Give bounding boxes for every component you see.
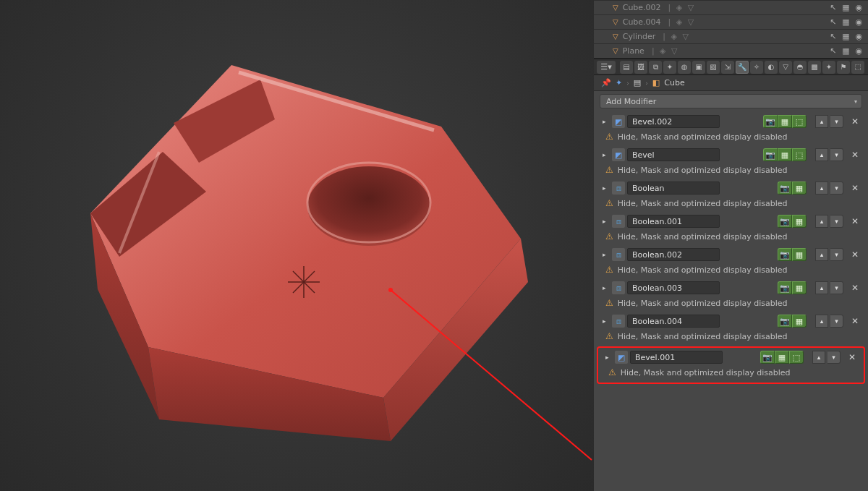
close-icon[interactable]: ✕: [848, 281, 861, 294]
move-up-button[interactable]: ▴: [815, 115, 828, 128]
move-up-button[interactable]: ▴: [815, 182, 828, 195]
add-modifier-button[interactable]: Add Modifier ▾: [600, 94, 862, 108]
modifier-name-field[interactable]: Boolean: [627, 182, 720, 195]
move-up-button[interactable]: ▴: [812, 351, 825, 364]
move-up-button[interactable]: ▴: [815, 281, 828, 294]
move-down-button[interactable]: ▾: [827, 351, 841, 364]
close-icon[interactable]: ✕: [848, 215, 861, 228]
editor-type-selector[interactable]: ☰▾: [597, 61, 616, 74]
tab-texture[interactable]: ▩: [808, 61, 821, 74]
tab-effects-2[interactable]: ⚑: [837, 61, 850, 74]
expand-icon[interactable]: ▸: [603, 118, 610, 125]
toggle-realtime[interactable]: ▦: [792, 315, 807, 328]
modifier-name-field[interactable]: Boolean.003: [627, 281, 720, 294]
move-down-button[interactable]: ▾: [830, 115, 843, 128]
eye-icon[interactable]: ◉: [853, 1, 865, 14]
tab-modifiers[interactable]: 🔧: [736, 61, 749, 74]
toggle-realtime[interactable]: ▦: [778, 148, 792, 161]
move-up-button[interactable]: ▴: [815, 248, 828, 261]
expand-icon[interactable]: ▸: [603, 184, 610, 192]
move-down-button[interactable]: ▾: [830, 315, 843, 328]
toggle-editmode[interactable]: ⬚: [789, 351, 804, 364]
expand-icon[interactable]: ▸: [603, 218, 610, 225]
warning-icon: ⚠: [605, 132, 613, 142]
cursor-icon[interactable]: ↖: [827, 1, 839, 14]
toggle-render[interactable]: 📷: [778, 215, 792, 228]
close-icon[interactable]: ✕: [848, 248, 861, 261]
tab-effects-1[interactable]: ✦: [822, 61, 835, 74]
close-icon[interactable]: ✕: [848, 148, 861, 161]
tab-particles[interactable]: ✧: [750, 61, 763, 74]
modifier-bevel: ▸◩Bevel.001📷▦⬚▴▾✕⚠Hide, Mask and optimiz…: [601, 349, 861, 382]
wire-icon[interactable]: ▦: [840, 45, 852, 57]
modifier-name-field[interactable]: Bevel.001: [630, 351, 723, 364]
pin-icon[interactable]: 📌: [601, 78, 611, 87]
expand-icon[interactable]: ▸: [603, 151, 610, 158]
cursor-icon[interactable]: ↖: [827, 45, 839, 57]
3d-viewport[interactable]: [0, 0, 594, 491]
move-up-button[interactable]: ▴: [815, 148, 828, 161]
cursor-icon[interactable]: ↖: [827, 30, 839, 43]
tab-render[interactable]: ▤: [620, 61, 633, 74]
move-down-button[interactable]: ▾: [830, 182, 843, 195]
toggle-render[interactable]: 📷: [778, 182, 792, 195]
toggle-render[interactable]: 📷: [778, 248, 792, 261]
wire-icon[interactable]: ▦: [840, 1, 852, 14]
tab-object-data[interactable]: ▽: [779, 61, 792, 74]
tab-collection[interactable]: ▣: [692, 61, 705, 74]
expand-icon[interactable]: ▸: [603, 317, 610, 325]
toggle-render[interactable]: 📷: [763, 148, 778, 161]
close-icon[interactable]: ✕: [848, 315, 861, 328]
modifier-name-field[interactable]: Boolean.004: [627, 315, 720, 328]
tab-physics[interactable]: ◐: [765, 61, 778, 74]
tab-constraints[interactable]: ⇲: [721, 61, 734, 74]
move-down-button[interactable]: ▾: [830, 148, 843, 161]
outliner[interactable]: Cube.002 | ◈ ▽ ↖ ▦ ◉ Cube.004 | ◈ ▽ ↖ ▦ …: [594, 0, 868, 59]
eye-icon[interactable]: ◉: [853, 30, 865, 43]
toggle-realtime[interactable]: ▦: [778, 115, 792, 128]
toggle-realtime[interactable]: ▦: [792, 281, 807, 294]
move-up-button[interactable]: ▴: [815, 315, 828, 328]
toggle-render[interactable]: 📷: [763, 115, 778, 128]
expand-icon[interactable]: ▸: [603, 284, 610, 291]
tab-material[interactable]: ◓: [793, 61, 807, 74]
wire-icon[interactable]: ▦: [840, 30, 852, 43]
expand-icon[interactable]: ▸: [603, 251, 610, 258]
tab-world[interactable]: ◍: [678, 61, 691, 74]
eye-icon[interactable]: ◉: [853, 16, 865, 28]
move-up-button[interactable]: ▴: [815, 215, 828, 228]
toggle-render[interactable]: 📷: [760, 351, 775, 364]
move-down-button[interactable]: ▾: [830, 248, 843, 261]
expand-icon[interactable]: ▸: [605, 354, 613, 361]
toggle-editmode[interactable]: ⬚: [792, 148, 807, 161]
toggle-realtime[interactable]: ▦: [792, 248, 807, 261]
tab-output[interactable]: 🖼: [634, 61, 647, 74]
modifier-name-field[interactable]: Bevel.002: [627, 115, 720, 128]
move-down-button[interactable]: ▾: [830, 281, 843, 294]
modifier-name-field[interactable]: Boolean.002: [627, 248, 720, 261]
toggle-render[interactable]: 📷: [778, 281, 792, 294]
tab-last[interactable]: ⬚: [851, 61, 864, 74]
scene-icon[interactable]: ✦: [616, 78, 622, 87]
close-icon[interactable]: ✕: [846, 351, 859, 364]
modifier-name-field[interactable]: Boolean.001: [627, 215, 720, 228]
outliner-row[interactable]: Cube.002 | ◈ ▽ ↖ ▦ ◉: [594, 0, 868, 14]
tab-view-layer[interactable]: ⧉: [649, 61, 662, 74]
toggle-realtime[interactable]: ▦: [775, 351, 789, 364]
toggle-render[interactable]: 📷: [778, 315, 792, 328]
close-icon[interactable]: ✕: [848, 115, 861, 128]
toggle-realtime[interactable]: ▦: [792, 182, 807, 195]
toggle-editmode[interactable]: ⬚: [792, 115, 807, 128]
wire-icon[interactable]: ▦: [840, 16, 852, 28]
tab-scene[interactable]: ✦: [663, 61, 676, 74]
move-down-button[interactable]: ▾: [830, 215, 843, 228]
outliner-row[interactable]: Plane | ◈ ▽ ↖ ▦ ◉: [594, 43, 868, 58]
eye-icon[interactable]: ◉: [853, 45, 865, 57]
cursor-icon[interactable]: ↖: [827, 16, 839, 28]
outliner-row[interactable]: Cube.004 | ◈ ▽ ↖ ▦ ◉: [594, 14, 868, 29]
toggle-realtime[interactable]: ▦: [792, 215, 807, 228]
tab-object[interactable]: ▧: [707, 61, 720, 74]
modifier-name-field[interactable]: Bevel: [627, 148, 720, 161]
outliner-row[interactable]: Cylinder | ◈ ▽ ↖ ▦ ◉: [594, 29, 868, 43]
close-icon[interactable]: ✕: [848, 182, 861, 195]
